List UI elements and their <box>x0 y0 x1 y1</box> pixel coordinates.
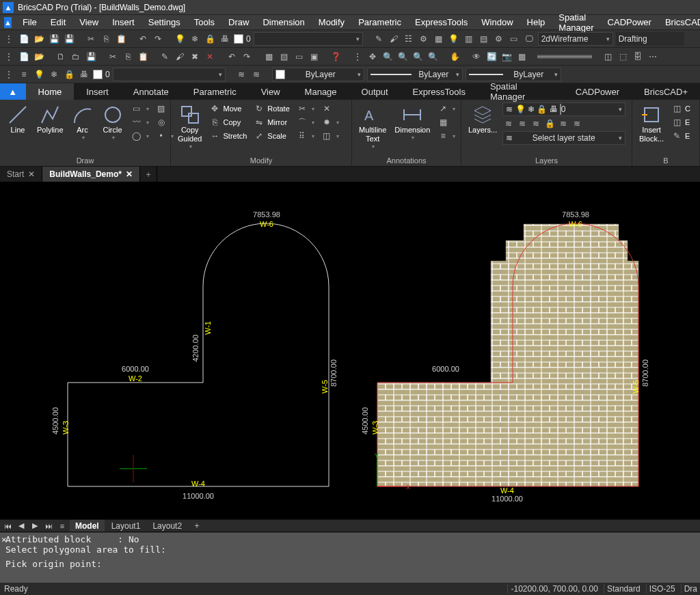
color-swatch[interactable] <box>234 34 243 44</box>
layout-tab-2[interactable]: Layout2 <box>147 520 187 531</box>
match-icon[interactable]: ✎ <box>159 51 171 63</box>
frame-icon[interactable]: ▭ <box>508 33 520 45</box>
close-icon[interactable]: ✕ <box>126 169 133 179</box>
new-icon[interactable]: 📄 <box>18 33 30 45</box>
grip-icon[interactable]: ⋮ <box>351 51 364 63</box>
copy-icon[interactable]: ⎘ <box>100 33 112 45</box>
draw-sub1-button[interactable]: ▭▾ <box>129 102 151 115</box>
cut2-icon[interactable]: ✂ <box>107 51 119 63</box>
doc-tab-add[interactable]: ＋ <box>140 167 157 182</box>
grid-icon[interactable]: ▥ <box>463 33 475 45</box>
help-icon[interactable]: ❓ <box>329 51 342 63</box>
layers-button[interactable]: Layers... <box>466 102 500 136</box>
multiline-text-button[interactable]: A Multiline Text▾ <box>356 102 389 152</box>
paste2-icon[interactable]: 📋 <box>137 51 149 63</box>
doc-tab-start[interactable]: Start ✕ <box>0 167 42 182</box>
ribbon-tab-annotate[interactable]: Annotate <box>121 83 181 100</box>
menu-insert[interactable]: Insert <box>105 17 142 27</box>
block-sub3-button[interactable]: ✎E <box>669 130 692 142</box>
savedwg-icon[interactable]: 💾 <box>85 51 97 63</box>
layer-dropdown[interactable]: ▾ <box>113 68 226 81</box>
block-sub1-button[interactable]: ◫C <box>669 102 692 115</box>
copy-button[interactable]: ⎘Copy <box>207 116 249 128</box>
ribbon-tab-spatial-manager[interactable]: Spatial Manager <box>478 83 563 100</box>
modify-sub5-button[interactable]: ✸▾ <box>319 116 341 128</box>
ribbon-tab-expresstools[interactable]: ExpressTools <box>401 83 478 100</box>
layout-nav-next[interactable]: ▶ <box>29 520 41 532</box>
color-dropdown[interactable]: ▾ <box>254 32 363 46</box>
copy2-icon[interactable]: ⎘ <box>122 51 134 63</box>
layout-icon[interactable]: ▭ <box>293 51 305 63</box>
print-icon[interactable]: 🖶 <box>219 33 231 45</box>
saveas-icon[interactable]: 💾 <box>63 33 75 45</box>
new2-icon[interactable]: 📄 <box>18 51 30 63</box>
paste-icon[interactable]: 📋 <box>115 33 127 45</box>
bylayer-linetype-dropdown[interactable]: ByLayer ▾ <box>367 68 463 81</box>
ribbon-tab-insert[interactable]: Insert <box>74 83 121 100</box>
workspace-dropdown[interactable]: Drafting <box>616 32 684 46</box>
camera-icon[interactable]: 📷 <box>500 51 513 63</box>
arc-button[interactable]: Arc▾ <box>69 102 96 143</box>
modify-sub2-button[interactable]: ⌒▾ <box>295 116 317 128</box>
open2-icon[interactable]: 📂 <box>33 51 45 63</box>
copy-guided-button[interactable]: Copy Guided▾ <box>175 102 204 152</box>
undo2-icon[interactable]: ↶ <box>226 51 238 63</box>
wand-icon[interactable]: ✎ <box>373 33 385 45</box>
brush-icon[interactable]: 🖌 <box>388 33 400 45</box>
gear-icon[interactable]: ⚙ <box>493 33 505 45</box>
draw-sub2-button[interactable]: 〰▾ <box>129 116 151 128</box>
menu-view[interactable]: View <box>72 17 105 27</box>
bylayer-lineweight-dropdown[interactable]: ByLayer ▾ <box>466 68 561 81</box>
layout-tab-model[interactable]: Model <box>70 520 105 531</box>
menu-edit[interactable]: Edit <box>44 17 72 27</box>
ribbon-tab-bricscad-plus[interactable]: BricsCAD+ <box>632 83 700 100</box>
table-icon[interactable]: ▦ <box>262 51 275 63</box>
print2-icon[interactable]: 🖶 <box>78 68 90 81</box>
stretch-button[interactable]: ↔Stretch <box>207 130 249 142</box>
layout-nav-prev[interactable]: ◀ <box>15 520 27 532</box>
polyline-button[interactable]: Polyline <box>34 102 66 136</box>
sun2-icon[interactable]: ❄ <box>48 68 60 81</box>
zoom-icon[interactable]: 🔍 <box>381 51 394 63</box>
zoom-out-icon[interactable]: 🔍 <box>396 51 409 63</box>
modify-sub1-button[interactable]: ✂▾ <box>295 102 317 115</box>
style3-icon[interactable]: ▦ <box>433 33 445 45</box>
sheet-icon[interactable]: ▤ <box>278 51 290 63</box>
scale-button[interactable]: ⤢Scale <box>252 130 291 142</box>
bulb-icon[interactable]: 💡 <box>174 33 186 45</box>
status-dimstyle[interactable]: ISO-25 <box>646 584 678 594</box>
bulb2-icon[interactable]: 💡 <box>33 68 45 81</box>
layer-color-swatch[interactable] <box>93 70 103 79</box>
lamp-icon[interactable]: 💡 <box>448 33 460 45</box>
save-icon[interactable]: 💾 <box>48 33 60 45</box>
menu-bricscad-plus[interactable]: BricsCAD+ <box>658 17 700 27</box>
layer-state-combo[interactable]: ≋ Select layer state ▾ <box>502 131 625 145</box>
lock-icon[interactable]: 🔒 <box>204 33 216 45</box>
layermore2-icon[interactable]: ≋ <box>571 117 583 130</box>
circle-button[interactable]: Circle▾ <box>99 102 126 143</box>
style-icon[interactable]: ☷ <box>403 33 415 45</box>
layers-icon[interactable]: ≡ <box>18 68 30 81</box>
dimension-button[interactable]: Dimension▾ <box>392 102 433 143</box>
layout-tab-add[interactable]: ＋ <box>189 520 205 531</box>
menu-window[interactable]: Window <box>474 17 520 27</box>
style2-icon[interactable]: ⚙ <box>418 33 430 45</box>
brush2-icon[interactable]: 🖌 <box>174 51 186 63</box>
modify-sub6-button[interactable]: ◫▾ <box>319 130 341 142</box>
command-window[interactable]: × Attributed block : No Select polygonal… <box>0 532 700 583</box>
ribbon-tab-cadpower[interactable]: CADPower <box>563 83 632 100</box>
eye-icon[interactable]: 👁 <box>470 51 483 63</box>
layerstate-icon[interactable]: ≋ <box>235 68 247 81</box>
layeroff-icon[interactable]: ≋ <box>516 117 528 130</box>
modify-sub4-button[interactable]: ✕ <box>319 102 341 115</box>
layermore1-icon[interactable]: ≋ <box>557 117 569 130</box>
grip-icon[interactable]: ⋮ <box>3 33 15 45</box>
menu-dimension[interactable]: Dimension <box>256 17 311 27</box>
bylayer-color-dropdown[interactable]: ByLayer ▾ <box>272 68 364 81</box>
layout-tab-1[interactable]: Layout1 <box>106 520 146 531</box>
canvas[interactable]: 7853.98 W-6 4200.00 W-1 6000.00 W-2 4500… <box>0 182 700 519</box>
modify-sub3-button[interactable]: ⠿▾ <box>295 130 317 142</box>
opendwg-icon[interactable]: 🗀 <box>70 51 82 63</box>
newdwg-icon[interactable]: 🗋 <box>55 51 67 63</box>
menu-spatial-manager[interactable]: Spatial Manager <box>552 12 600 33</box>
